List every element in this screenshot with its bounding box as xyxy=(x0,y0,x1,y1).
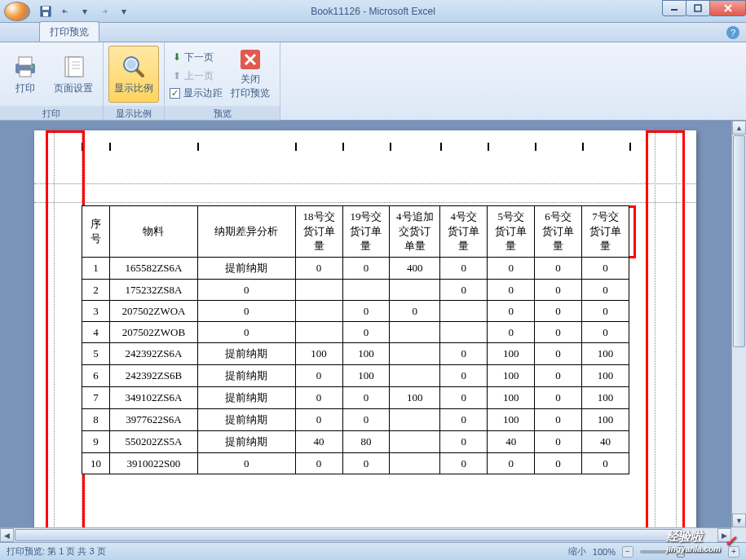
close-button[interactable] xyxy=(709,0,746,16)
next-page-label: 下一页 xyxy=(184,51,214,64)
page-setup-label: 页面设置 xyxy=(54,82,93,95)
red-highlight-right xyxy=(646,130,685,527)
scroll-down-button[interactable]: ▼ xyxy=(732,514,746,527)
prev-page-button[interactable]: ⬆ 上一页 xyxy=(170,68,223,85)
table-cell: 0 xyxy=(197,301,295,322)
watermark-text2: jingyanla.com xyxy=(666,545,721,553)
table-cell: 0 xyxy=(488,280,535,301)
next-page-button[interactable]: ⬇ 下一页 xyxy=(170,49,223,66)
watermark-text1: 经验啦 xyxy=(666,529,721,545)
help-icon[interactable]: ? xyxy=(726,26,739,39)
zoom-button[interactable]: 显示比例 xyxy=(108,46,159,103)
table-cell: 0 xyxy=(342,409,390,431)
table-cell xyxy=(440,322,488,343)
table-cell: 0 xyxy=(342,301,390,322)
table-cell: 6 xyxy=(82,365,110,387)
table-cell xyxy=(342,280,390,301)
table-header-row: 序号 物料 纳期差异分析 18号交货订单量 19号交货订单量 4号追加交货订单量… xyxy=(82,206,629,258)
table-cell: 0 xyxy=(488,322,535,343)
table-row: 3207502ZWOA000000 xyxy=(82,301,629,322)
table-cell: 0 xyxy=(342,322,390,343)
zoom-percent: 100% xyxy=(593,547,616,557)
horizontal-scrollbar[interactable]: ◀ ▶ xyxy=(0,527,731,542)
redo-icon[interactable] xyxy=(96,3,113,20)
ribbon-group-zoom: 显示比例 显示比例 xyxy=(104,42,165,120)
vscroll-thumb[interactable] xyxy=(733,135,745,347)
table-cell: 0 xyxy=(581,322,629,343)
zoom-out-button[interactable]: − xyxy=(622,546,633,558)
table-cell: 207502ZWOB xyxy=(109,322,197,343)
hscroll-thumb[interactable] xyxy=(15,529,683,541)
page-preview: 囊括了表格的全部列 序号 物料 纳期差异分析 18号交货订单量 19号交货订单量… xyxy=(34,130,696,527)
status-text: 打印预览: 第 1 页 共 3 页 xyxy=(7,545,106,558)
table-row: 2175232ZS8A00000 xyxy=(82,280,629,301)
minimize-button[interactable] xyxy=(662,0,686,16)
table-cell: 0 xyxy=(440,365,488,387)
table-cell: 0 xyxy=(535,365,582,387)
table-cell: 100 xyxy=(488,387,535,409)
table-cell: 100 xyxy=(581,387,629,409)
table-header: 4号追加交货订单量 xyxy=(390,206,440,258)
svg-rect-9 xyxy=(20,70,31,77)
qat-customize-icon[interactable]: ▾ xyxy=(116,3,132,20)
table-cell: 100 xyxy=(342,365,390,387)
document-area: 囊括了表格的全部列 序号 物料 纳期差异分析 18号交货订单量 19号交货订单量… xyxy=(0,121,746,542)
table-cell: 0 xyxy=(295,387,342,409)
table-cell: 0 xyxy=(197,322,295,343)
show-margins-checkbox[interactable]: ✓ 显示边距 xyxy=(170,86,223,100)
table-cell: 提前纳期 xyxy=(197,431,295,453)
table-cell: 提前纳期 xyxy=(197,387,295,409)
page-setup-button[interactable]: 页面设置 xyxy=(49,46,98,103)
table-cell: 0 xyxy=(295,409,342,431)
table-cell: 80 xyxy=(342,431,390,453)
document-viewport[interactable]: 囊括了表格的全部列 序号 物料 纳期差异分析 18号交货订单量 19号交货订单量… xyxy=(0,121,731,527)
preview-group-label: 预览 xyxy=(165,106,280,121)
save-icon[interactable] xyxy=(38,3,54,20)
table-cell: 40 xyxy=(295,431,342,453)
table-cell xyxy=(295,301,342,322)
close-preview-button[interactable]: 关闭 打印预览 xyxy=(226,46,275,103)
table-cell xyxy=(295,280,342,301)
table-cell: 100 xyxy=(342,343,390,365)
table-cell: 2 xyxy=(82,280,110,301)
vertical-scrollbar[interactable]: ▲ ▼ xyxy=(731,121,746,527)
table-cell: 550202ZS5A xyxy=(109,431,197,453)
table-cell: 提前纳期 xyxy=(197,258,295,280)
table-cell: 10 xyxy=(82,453,110,474)
office-button[interactable] xyxy=(0,0,34,23)
qat-dropdown-icon[interactable]: ▾ xyxy=(77,3,93,20)
scroll-up-button[interactable]: ▲ xyxy=(732,121,746,134)
table-cell: 0 xyxy=(581,301,629,322)
table-cell: 242392ZS6B xyxy=(109,365,197,387)
quick-access-toolbar: ▾ ▾ xyxy=(34,3,132,20)
tab-print-preview[interactable]: 打印预览 xyxy=(39,21,99,42)
table-cell: 0 xyxy=(488,301,535,322)
table-cell: 0 xyxy=(535,431,582,453)
table-header: 物料 xyxy=(109,206,197,258)
checkbox-icon: ✓ xyxy=(170,88,180,99)
table-cell xyxy=(390,343,440,365)
table-cell: 0 xyxy=(295,258,342,280)
check-icon: ✓ xyxy=(724,532,736,550)
table-header: 19号交货订单量 xyxy=(342,206,390,258)
table-cell xyxy=(390,322,440,343)
table-header: 7号交货订单量 xyxy=(581,206,629,258)
svg-point-17 xyxy=(126,60,136,69)
table-cell: 0 xyxy=(342,258,390,280)
table-cell: 7 xyxy=(82,387,110,409)
table-cell: 3 xyxy=(82,301,110,322)
table-cell: 8 xyxy=(82,409,110,431)
table-header: 4号交货订单量 xyxy=(440,206,488,258)
printer-icon xyxy=(12,54,38,80)
table-cell: 提前纳期 xyxy=(197,365,295,387)
maximize-button[interactable] xyxy=(686,0,710,16)
table-header: 5号交货订单量 xyxy=(488,206,535,258)
table-cell xyxy=(390,280,440,301)
table-cell xyxy=(440,301,488,322)
undo-icon[interactable] xyxy=(57,3,73,20)
table-cell: 0 xyxy=(535,258,582,280)
table-row: 6242392ZS6B提前纳期010001000100 xyxy=(82,365,629,387)
print-button[interactable]: 打印 xyxy=(5,46,46,103)
table-cell: 0 xyxy=(295,365,342,387)
scroll-left-button[interactable]: ◀ xyxy=(0,528,14,542)
